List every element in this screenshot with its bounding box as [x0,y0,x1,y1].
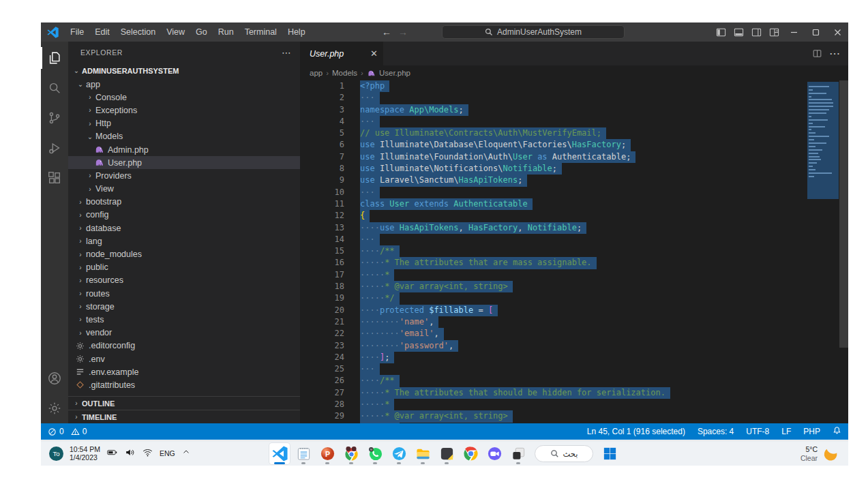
notepad-taskbar-icon[interactable] [293,443,314,464]
code-line-21[interactable]: 21········'name', [300,316,848,328]
menu-run[interactable]: Run [213,22,239,42]
command-center-search[interactable]: AdminUserAuthSystem [442,25,625,39]
tree-item-providers[interactable]: ›Providers [68,169,300,182]
code-line-5[interactable]: 5// use Illuminate\Contracts\Auth\MustVe… [300,127,848,139]
tree-item--gitattributes[interactable]: .gitattributes [68,378,300,391]
minimap[interactable] [807,82,839,199]
minimize-button[interactable] [783,22,805,42]
code-line-18[interactable]: 18·····* @var array<int, string> [300,281,848,292]
toggle-panel-icon[interactable] [730,22,747,42]
code-line-30[interactable]: 30·····*/ [300,423,848,423]
code-line-9[interactable]: 9use Laravel\Sanctum\HasApiTokens; [300,175,848,186]
tree-item-admin-php[interactable]: Admin.php [68,143,300,156]
code-line-27[interactable]: 27·····* The attributes that should be h… [300,387,848,399]
forward-icon[interactable]: → [398,27,408,37]
problems-status[interactable]: 0 0 [48,427,87,436]
tree-item-http[interactable]: ›Http [68,117,300,130]
tree-item-resources[interactable]: ›resources [68,274,300,287]
code-line-24[interactable]: 24····]; [300,352,848,363]
dark-app-taskbar-icon[interactable] [436,443,457,464]
menu-go[interactable]: Go [190,22,213,42]
account-icon[interactable] [41,363,68,393]
back-icon[interactable]: ← [382,27,391,37]
tree-item-view[interactable]: ›View [68,183,300,196]
code-line-29[interactable]: 29·····* @var array<int, string> [300,410,848,422]
breadcrumb-item-app[interactable]: app [310,69,323,77]
tree-item-database[interactable]: ›database [68,222,300,235]
volume-icon[interactable] [124,447,136,461]
telegram-taskbar-icon[interactable] [389,443,409,464]
breadcrumb-item-user.php[interactable]: User.php [379,69,410,77]
taskbar-search[interactable]: بحث [535,445,593,462]
code-line-22[interactable]: 22········'email', [300,328,848,339]
code-line-20[interactable]: 20····protected $fillable = [ [300,305,848,316]
code-line-25[interactable]: 25··· [300,363,848,375]
tree-item-node-modules[interactable]: ›node_modules [68,247,300,260]
code-line-7[interactable]: 7use Illuminate\Foundation\Auth\User as … [300,151,848,163]
tree-item-app[interactable]: ⌄app [68,78,300,91]
scrollbar[interactable] [839,80,848,348]
code-line-19[interactable]: 19·····*/ [300,292,848,304]
source-control-icon[interactable] [41,103,68,133]
vscode-taskbar-icon[interactable] [269,443,290,464]
whatsapp-taskbar-icon[interactable]: IV [365,443,385,464]
tree-item-exceptions[interactable]: ›Exceptions [68,104,300,117]
maximize-button[interactable] [805,22,826,42]
workspace-root-row[interactable]: ⌄ ADMINUSERAUTHSYSTEM [68,63,300,78]
more-actions-icon[interactable]: ⋯ [829,47,840,60]
menu-help[interactable]: Help [282,22,311,42]
chrome-taskbar-icon[interactable] [460,443,481,464]
weather-widget[interactable]: 5°C Clear [800,441,839,466]
tree-item-bootstrap[interactable]: ›bootstrap [68,196,300,209]
code-line-10[interactable]: 10··· [300,187,848,198]
extensions-icon[interactable] [41,163,68,193]
customize-layout-icon[interactable] [765,22,783,42]
status-spaces-[interactable]: Spaces: 4 [698,427,734,436]
tree-item-config[interactable]: ›config [68,209,300,222]
toggle-secondary-sidebar-icon[interactable] [747,22,765,42]
tree-item-vendor[interactable]: ›vendor [68,327,300,339]
tree-item-tests[interactable]: ›tests [68,313,300,326]
code-line-28[interactable]: 28·····* [300,399,848,410]
section-timeline[interactable]: ›TIMELINE [68,410,300,423]
split-editor-icon[interactable] [812,48,822,59]
notifications-bell-icon[interactable] [833,426,841,437]
code-line-3[interactable]: 3namespace App\Models; [300,104,848,116]
tree-item-routes[interactable]: ›routes [68,287,300,300]
section-outline[interactable]: ›OUTLINE [68,396,300,410]
menu-edit[interactable]: Edit [89,22,115,42]
menu-terminal[interactable]: Terminal [239,22,282,42]
duo-taskbar-icon[interactable] [484,443,505,464]
tree-item-models[interactable]: ⌄Models [68,130,300,143]
code-line-23[interactable]: 23········'password', [300,340,848,352]
toggle-sidebar-icon[interactable] [712,22,730,42]
explorer-icon[interactable] [41,43,68,73]
close-tab-icon[interactable]: ✕ [370,48,378,59]
code-line-11[interactable]: 11class User extends Authenticatable [300,198,848,210]
chrome-badged-taskbar-icon[interactable] [341,443,361,464]
start-button[interactable] [599,443,620,464]
tree-item-console[interactable]: ›Console [68,91,300,104]
code-line-4[interactable]: 4··· [300,116,848,127]
tree-item-user-php[interactable]: User.php [68,156,300,169]
taskbar-clock[interactable]: 10:54 PM 1/4/2023 [70,445,100,462]
battery-icon[interactable] [106,447,118,461]
code-line-26[interactable]: 26····/** [300,375,848,387]
menu-view[interactable]: View [161,22,190,42]
tree-item-storage[interactable]: ›storage [68,300,300,313]
status-lf[interactable]: LF [781,427,791,436]
breadcrumb-item-models[interactable]: Models [332,69,357,77]
code-line-15[interactable]: 15····/** [300,245,848,257]
status-utf-8[interactable]: UTF-8 [746,427,769,436]
search-icon[interactable] [41,73,68,103]
code-line-2[interactable]: 2··· [300,92,848,104]
tree-item--env-example[interactable]: .env.example [68,365,300,378]
tray-chevron-up-icon[interactable] [181,447,191,459]
powerpoint-taskbar-icon[interactable]: P [317,443,338,464]
code-viewport[interactable]: 1<?php2···3namespace App\Models;4···5// … [300,80,848,423]
menu-file[interactable]: File [65,22,89,42]
status-php[interactable]: PHP [803,427,820,436]
settings-icon[interactable] [41,393,68,423]
code-line-16[interactable]: 16·····* The attributes that are mass as… [300,257,848,269]
code-line-12[interactable]: 12{ [300,210,848,222]
